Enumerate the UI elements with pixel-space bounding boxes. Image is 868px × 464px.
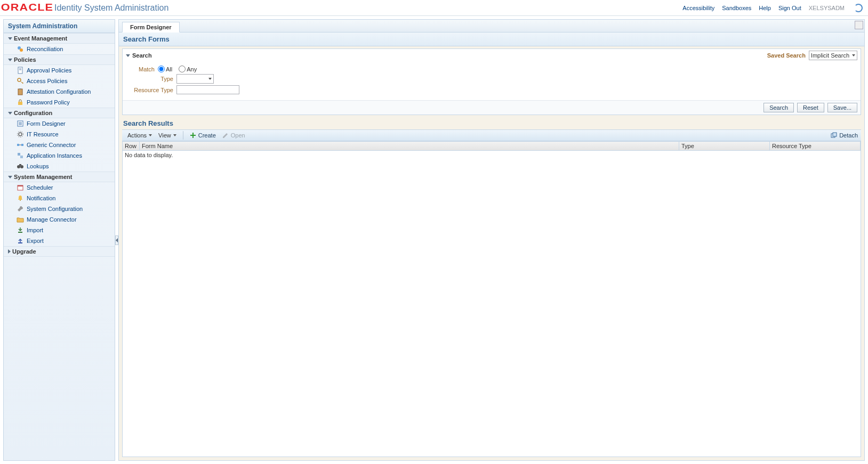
- sidebar-item-label: Manage Connector: [27, 215, 77, 224]
- match-any-text: Any: [187, 66, 197, 72]
- sidebar-item-form-designer[interactable]: Form Designer: [4, 118, 115, 129]
- save-button[interactable]: Save...: [827, 103, 857, 112]
- sidebar-item-lookups[interactable]: Lookups: [4, 161, 115, 172]
- create-label: Create: [198, 132, 216, 139]
- detach-label: Detach: [839, 132, 858, 139]
- collapse-search-icon[interactable]: [126, 54, 130, 57]
- tab-bar: Form Designer: [119, 20, 864, 32]
- svg-rect-22: [19, 164, 21, 166]
- sidebar-item-export[interactable]: Export: [4, 235, 115, 246]
- sidebar-item-reconciliation[interactable]: Reconciliation: [4, 44, 115, 54]
- bell-icon: [17, 194, 24, 202]
- link-sandboxes[interactable]: Sandboxes: [722, 5, 751, 11]
- chevron-down-icon: [8, 37, 12, 40]
- import-icon: [17, 226, 24, 234]
- sidebar-item-generic-connector[interactable]: Generic Connector: [4, 140, 115, 150]
- section-label: Upgrade: [12, 248, 36, 255]
- sidebar-item-notification[interactable]: Notification: [4, 193, 115, 203]
- sidebar-item-label: Approval Policies: [27, 66, 71, 75]
- section-event-management[interactable]: Event Management: [4, 33, 115, 44]
- sidebar-item-label: Access Policies: [27, 77, 67, 85]
- section-policies[interactable]: Policies: [4, 54, 115, 65]
- match-any-input[interactable]: [179, 66, 186, 72]
- sidebar-item-application-instances[interactable]: Application Instances: [4, 150, 115, 161]
- sidebar-item-attestation-configuration[interactable]: Attestation Configuration: [4, 86, 115, 97]
- tab-options-icon[interactable]: [855, 21, 863, 29]
- restype-input[interactable]: [176, 85, 239, 94]
- sidebar-item-password-policy[interactable]: Password Policy: [4, 97, 115, 108]
- match-label: Match: [128, 66, 155, 72]
- detach-button[interactable]: Detach: [831, 132, 858, 139]
- svg-point-14: [18, 132, 23, 137]
- chevron-down-icon: [8, 59, 12, 61]
- svg-point-1: [20, 48, 23, 52]
- connector-icon: [17, 141, 24, 149]
- col-resource-type[interactable]: Resource Type: [770, 142, 861, 150]
- table-empty: No data to display.: [123, 151, 861, 159]
- svg-rect-8: [18, 102, 22, 105]
- sidebar-item-label: Form Designer: [27, 119, 66, 128]
- binoculars-icon: [17, 162, 24, 170]
- create-button[interactable]: Create: [188, 131, 218, 140]
- svg-rect-26: [18, 232, 22, 233]
- match-all-input[interactable]: [158, 66, 165, 72]
- svg-point-13: [19, 133, 22, 136]
- col-type[interactable]: Type: [679, 142, 770, 150]
- match-any-radio[interactable]: Any: [179, 66, 197, 72]
- table-header: Row Form Name Type Resource Type: [123, 142, 861, 151]
- section-system-management[interactable]: System Management: [4, 172, 115, 182]
- reset-button[interactable]: Reset: [797, 103, 824, 112]
- header-right: Accessibility Sandboxes Help Sign Out XE…: [682, 4, 863, 12]
- view-menu[interactable]: View: [156, 131, 179, 140]
- open-button[interactable]: Open: [220, 131, 247, 140]
- lock-icon: [17, 99, 24, 106]
- sidebar-item-label: System Configuration: [27, 205, 83, 213]
- sidebar-item-label: Generic Connector: [27, 141, 76, 149]
- sidebar-item-approval-policies[interactable]: Approval Policies: [4, 65, 115, 76]
- sidebar-item-system-configuration[interactable]: System Configuration: [4, 203, 115, 214]
- link-signout[interactable]: Sign Out: [778, 5, 801, 11]
- svg-rect-33: [833, 133, 837, 136]
- link-accessibility[interactable]: Accessibility: [682, 5, 714, 11]
- type-select[interactable]: [176, 74, 214, 84]
- page-title: Search Forms: [119, 32, 864, 46]
- gear-icon: [17, 131, 24, 138]
- section-configuration[interactable]: Configuration: [4, 108, 115, 118]
- open-label: Open: [231, 132, 245, 139]
- plus-icon: [190, 132, 196, 139]
- actions-menu[interactable]: Actions: [125, 131, 154, 140]
- sidebar-item-import[interactable]: Import: [4, 225, 115, 235]
- detach-icon: [831, 132, 837, 139]
- refresh-icon[interactable]: [854, 4, 863, 12]
- wrench-icon: [17, 205, 24, 213]
- sidebar-item-access-policies[interactable]: Access Policies: [4, 76, 115, 86]
- sidebar-item-it-resource[interactable]: IT Resource: [4, 129, 115, 140]
- section-label: Configuration: [14, 110, 52, 116]
- toolbar-separator: [183, 131, 183, 140]
- sidebar-item-label: Export: [27, 237, 44, 245]
- sidebar-item-label: Attestation Configuration: [27, 87, 91, 96]
- section-label: System Management: [14, 174, 72, 180]
- folder-icon: [17, 216, 24, 223]
- app-title: Identity System Administration: [54, 3, 168, 13]
- tab-form-designer[interactable]: Form Designer: [122, 22, 180, 32]
- chevron-down-icon: [8, 176, 12, 178]
- sidebar-item-label: IT Resource: [27, 130, 59, 139]
- sidebar-item-label: Reconciliation: [27, 45, 63, 53]
- sidebar-title: System Administration: [4, 20, 115, 33]
- search-button[interactable]: Search: [763, 103, 794, 112]
- recon-icon: [17, 45, 24, 53]
- svg-rect-15: [17, 144, 19, 146]
- col-row[interactable]: Row: [123, 142, 140, 150]
- doc-icon: [17, 67, 24, 74]
- sidebar-item-manage-connector[interactable]: Manage Connector: [4, 214, 115, 225]
- svg-point-25: [20, 200, 21, 201]
- col-form-name[interactable]: Form Name: [140, 142, 679, 150]
- link-help[interactable]: Help: [759, 5, 771, 11]
- section-upgrade[interactable]: Upgrade: [4, 246, 115, 257]
- calendar-icon: [17, 184, 24, 191]
- match-all-radio[interactable]: All: [158, 66, 172, 72]
- sidebar-item-scheduler[interactable]: Scheduler: [4, 182, 115, 193]
- svg-rect-31: [190, 135, 196, 136]
- saved-search-select[interactable]: Implicit Search: [809, 51, 857, 60]
